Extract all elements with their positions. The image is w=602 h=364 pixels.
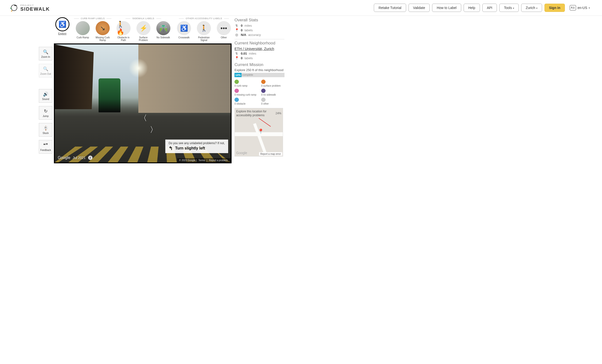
overall-accuracy-value: N/A	[241, 33, 246, 37]
pedestrian-signal-tool[interactable]: 🚶 Pedestrian Signal	[195, 21, 213, 42]
brand-name: SIDEWALK	[20, 7, 50, 11]
pin-icon: 📍	[235, 56, 239, 60]
neigh-labels-unit: labels	[245, 56, 253, 60]
pegman-icon[interactable]: 📍	[258, 128, 264, 134]
help-button[interactable]: Help	[464, 4, 480, 12]
zoom-in-button[interactable]: 🔍 Zoom In	[39, 47, 53, 60]
progress-fill: 14%	[235, 73, 242, 77]
divider	[235, 39, 284, 39]
ped-signal-label: Pedestrian Signal	[195, 36, 213, 42]
zoom-in-label: Zoom In	[41, 55, 50, 58]
crosswalk-tool[interactable]: ♿ Crosswalk	[175, 21, 193, 42]
pin-icon: 📍	[235, 28, 239, 32]
sound-button[interactable]: 🔊 Sound	[39, 89, 53, 103]
sv-building-right	[138, 44, 231, 113]
neigh-labels-value: 0	[241, 56, 243, 60]
legend-dot-icon	[235, 80, 239, 84]
sv-sun-flare	[129, 58, 148, 78]
obstacle-tool[interactable]: 🚶🔥 Obstacle in Path	[115, 21, 132, 42]
sidewalk-group-header: SIDEWALK LABELS	[132, 17, 154, 20]
retake-tutorial-button[interactable]: Retake Tutorial	[374, 4, 406, 12]
curb-ramp-label: Curb Ramp	[76, 36, 89, 39]
route-icon: ↯	[235, 23, 239, 27]
legend-no-sidewalk: 0 no sidewalk	[261, 89, 284, 96]
explore-label: Explore	[58, 32, 66, 35]
streetview-footer: © 2023 Google | Terms | Report a problem	[177, 158, 231, 162]
no-sidewalk-label: No Sidewalk	[157, 36, 170, 39]
more-icon: •••	[217, 21, 231, 35]
minimap[interactable]: Explore this location for accessibility …	[235, 108, 283, 157]
neighborhood-link[interactable]: ETH / Universität, Zurich	[235, 47, 284, 51]
prompt-question: Do you see any unlabeled problems? If no…	[169, 141, 225, 145]
sound-label: Sound	[42, 98, 49, 100]
streetview-panorama[interactable]: 〈 〉 Do you see any unlabeled problems? I…	[54, 43, 232, 163]
tools-dropdown[interactable]: Tools ▾	[499, 4, 519, 12]
curb-ramp-group: CURB RAMP LABELS Curb Ramp ↘ Missing Cur…	[74, 17, 111, 42]
obstacle-icon: 🚶🔥	[117, 21, 131, 35]
legend-other: 0 other	[261, 97, 284, 105]
report-problem-link[interactable]: Report a problem	[209, 159, 228, 162]
overall-miles-unit: miles	[245, 24, 252, 27]
legend-curb-ramp: 0 curb ramp	[235, 80, 258, 87]
neigh-miles-value: 0.01	[241, 52, 247, 55]
other-tool[interactable]: ••• Other	[215, 21, 233, 42]
sidewalk-group: SIDEWALK LABELS 🚶🔥 Obstacle in Path ⚡ Su…	[115, 17, 172, 42]
stuck-button[interactable]: 🪧 Stuck	[39, 123, 53, 137]
route-icon: ↯	[235, 52, 239, 55]
label-count-legend: 0 curb ramp 0 surface problem 0 missing …	[235, 80, 284, 105]
validate-button[interactable]: Validate	[408, 4, 430, 12]
how-to-label-button[interactable]: How to Label	[432, 4, 461, 12]
surface-label: Surface Problem	[135, 36, 152, 42]
crosswalk-label: Crosswalk	[178, 36, 190, 39]
no-sidewalk-icon: 🛣️	[156, 21, 170, 35]
curb-group-header: CURB RAMP LABELS	[81, 17, 105, 20]
city-dropdown[interactable]: Zurich ▾	[521, 4, 542, 12]
stuck-icon: 🪧	[43, 126, 48, 131]
info-icon[interactable]: i	[88, 156, 93, 160]
api-button[interactable]: API	[482, 4, 497, 12]
chevron-down-icon: ▾	[589, 7, 590, 9]
legend-dot-icon	[261, 97, 266, 102]
jump-icon: ↻	[44, 108, 48, 114]
mission-description: Explore 250 ft of this neighborhood	[235, 68, 284, 72]
legend-curb-ramp-text: 0 curb ramp	[235, 85, 247, 87]
brand-logo[interactable]: PROJECT SIDEWALK	[10, 3, 50, 12]
svg-point-1	[14, 5, 16, 6]
neighborhood-section: Current Neighborhood ETH / Universität, …	[235, 41, 284, 60]
no-sidewalk-tool[interactable]: 🛣️ No Sidewalk	[155, 21, 172, 42]
legend-dot-icon	[235, 89, 239, 93]
sound-icon: 🔊	[43, 91, 48, 97]
feedback-button[interactable]: ❝❞ Feedback	[39, 140, 53, 154]
nav-button-group: Retake Tutorial Validate How to Label He…	[374, 4, 592, 12]
minimap-google-logo: Google	[236, 151, 247, 155]
progress-complete-label: complete	[242, 73, 253, 76]
language-label: en-US	[578, 6, 587, 10]
nav-arrow-icon[interactable]: 〉	[150, 125, 158, 135]
legend-surface: 0 surface problem	[261, 80, 284, 87]
explore-tool[interactable]: ♿ Explore	[54, 17, 71, 35]
signin-button[interactable]: Sign in	[545, 4, 565, 12]
jump-button[interactable]: ↻ Jump	[39, 106, 53, 120]
legend-obstacle-text: 0 obstacle	[235, 102, 246, 105]
legend-dot-icon	[261, 80, 266, 84]
terms-link[interactable]: Terms	[198, 159, 205, 162]
feedback-label: Feedback	[40, 149, 51, 151]
legend-dot-icon	[261, 89, 266, 93]
chevron-down-icon: ▾	[536, 7, 538, 10]
label-toolbar: ♿ Explore CURB RAMP LABELS Curb Ramp ↘ M…	[54, 17, 233, 43]
report-map-error-link[interactable]: Report a map error	[259, 152, 282, 156]
legend-other-text: 0 other	[261, 102, 269, 105]
main-content: 🔍 Zoom In 🔍 Zoom Out 🔊 Sound ↻ Jump 🪧 St…	[0, 16, 602, 163]
curb-ramp-tool[interactable]: Curb Ramp	[74, 21, 92, 42]
surface-problem-tool[interactable]: ⚡ Surface Problem	[135, 21, 152, 42]
language-selector[interactable]: A文 en-US ▾	[567, 4, 592, 12]
missing-curb-ramp-tool[interactable]: ↘ Missing Curb Ramp	[94, 21, 111, 42]
surface-problem-icon: ⚡	[136, 21, 150, 35]
google-logo-text: Google	[58, 156, 70, 160]
zoom-out-icon: 🔍	[43, 66, 48, 72]
turn-left-icon: ↰	[169, 145, 173, 151]
brand-text: PROJECT SIDEWALK	[20, 4, 50, 11]
nav-arrow-icon[interactable]: 〈	[139, 113, 147, 124]
zoom-out-button[interactable]: 🔍 Zoom Out	[39, 64, 53, 77]
legend-missing-curb-text: 0 missing curb ramp	[235, 93, 256, 96]
